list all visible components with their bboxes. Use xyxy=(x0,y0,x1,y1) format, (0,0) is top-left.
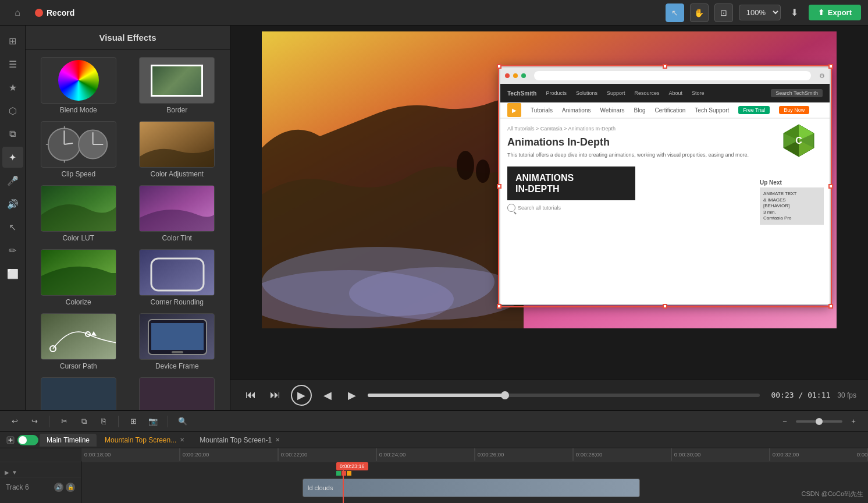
sidebar-item-favorites[interactable]: ★ xyxy=(2,77,23,98)
track-6-name: Track 6 xyxy=(6,483,29,491)
up-next-card: ANIMATE TEXT& IMAGES[BEHAVIOR]3 min.Camt… xyxy=(760,187,824,225)
svg-text:0:00:28;00: 0:00:28;00 xyxy=(576,451,603,458)
fps-label: 30 fps xyxy=(837,391,856,399)
effect-thumb-border xyxy=(139,57,215,104)
effect-thumb-extra-2 xyxy=(139,377,215,410)
timeline-tab-mountain-top[interactable]: Mountain Top Screen... ✕ xyxy=(98,434,191,447)
track-lock-button[interactable]: 🔒 xyxy=(66,483,75,492)
btn-free-trial[interactable]: Free Trial xyxy=(738,106,770,114)
effect-item-corner-rounding[interactable]: Corner Rounding xyxy=(129,247,226,309)
hand-tool-button[interactable]: ✋ xyxy=(690,3,709,22)
sidebar-item-media[interactable]: ⊞ xyxy=(2,30,23,51)
sidebar-item-captions[interactable]: ⬜ xyxy=(2,263,23,284)
sidebar-item-transitions[interactable]: ⧉ xyxy=(2,123,23,144)
btn-buy-now[interactable]: Buy Now xyxy=(779,106,809,114)
svg-text:0:00:26;00: 0:00:26;00 xyxy=(478,451,504,458)
ruler-bar: 0:00:18;00 0:00:20;00 0:00:22;00 0:00:24… xyxy=(81,448,868,462)
track-labels: ▶ ▼ Track 6 🔊 🔒 xyxy=(0,448,81,503)
tab-mountain-top-close[interactable]: ✕ xyxy=(180,437,184,443)
effect-label-colorize: Colorize xyxy=(66,298,91,306)
effect-label-corner-rounding: Corner Rounding xyxy=(151,298,204,306)
timeline-search-button[interactable]: 🔍 xyxy=(175,414,190,429)
add-track-button[interactable] xyxy=(5,434,16,446)
frame-back-button[interactable]: ⏭ xyxy=(266,387,284,404)
track-6-clip[interactable]: ld clouds xyxy=(303,479,640,497)
effect-item-color-adjustment[interactable]: Color Adjustment xyxy=(129,119,226,180)
progress-knob[interactable] xyxy=(501,391,509,399)
timeline-toggle[interactable] xyxy=(17,435,38,445)
up-next-section: Up Next ANIMATE TEXT& IMAGES[BEHAVIOR]3 … xyxy=(760,179,824,225)
effect-thumb-color-tint xyxy=(139,185,215,232)
cut-button[interactable]: ✂ xyxy=(56,414,72,429)
browser-overlay: ⚙ TechSmith Products Solutions Support R… xyxy=(499,66,831,305)
copy-button[interactable]: ⧉ xyxy=(76,414,91,429)
effect-thumb-extra-1 xyxy=(41,377,116,410)
home-button[interactable]: ⌂ xyxy=(7,2,28,23)
effect-item-color-lut[interactable]: Color LUT xyxy=(30,183,127,245)
export-button[interactable]: ⬆ Export xyxy=(809,5,861,20)
subnav-webinars: Webinars xyxy=(600,107,624,114)
timeline-tab-mountain-top-1[interactable]: Mountain Top Screen-1 ✕ xyxy=(193,434,287,447)
effect-label-clip-speed: Clip Speed xyxy=(61,170,95,178)
sidebar-item-cursor[interactable]: ↖ xyxy=(2,217,23,238)
split-button[interactable]: ⊞ xyxy=(126,414,141,429)
effect-item-extra-1[interactable] xyxy=(30,375,127,410)
rewind-button[interactable]: ⏮ xyxy=(242,387,259,404)
sidebar-item-effects[interactable]: ✦ xyxy=(2,147,23,168)
sidebar-icons: ⊞ ☰ ★ ⬡ ⧉ ✦ 🎤 🔊 ↖ ✏ ⬜ xyxy=(0,26,26,410)
zoom-slider[interactable] xyxy=(796,420,842,423)
effect-item-clip-speed[interactable]: ▶ Clip Speed xyxy=(30,119,127,180)
zoom-slider-knob[interactable] xyxy=(816,418,823,425)
pointer-tool-button[interactable]: ↖ xyxy=(666,3,684,22)
effect-thumb-device-frame xyxy=(139,313,215,360)
record-button[interactable]: Record xyxy=(35,8,74,17)
svg-text:0:00:20;00: 0:00:20;00 xyxy=(183,451,209,458)
redo-button[interactable]: ↪ xyxy=(27,414,42,429)
effect-item-extra-2[interactable] xyxy=(129,375,226,410)
effect-item-device-frame[interactable]: Device Frame xyxy=(129,311,226,373)
toggle-knob xyxy=(19,436,27,444)
undo-button[interactable]: ↩ xyxy=(7,414,22,429)
marker-orange xyxy=(347,471,351,476)
toolbar-separator-1 xyxy=(49,416,49,427)
next-clip-button[interactable]: ▶ xyxy=(343,387,361,404)
tab-mountain-top-1-close[interactable]: ✕ xyxy=(275,437,280,443)
effect-item-border[interactable]: Border xyxy=(129,55,226,116)
sidebar-item-library[interactable]: ☰ xyxy=(2,54,23,75)
zoom-plus-button[interactable]: + xyxy=(846,414,861,429)
svg-rect-17 xyxy=(41,314,116,360)
crop-tool-button[interactable]: ⊡ xyxy=(714,3,733,22)
effect-item-blend-mode[interactable]: Blend Mode xyxy=(30,55,127,116)
prev-clip-button[interactable]: ◀ xyxy=(319,387,336,404)
paste-button[interactable]: ⎘ xyxy=(96,414,111,429)
nav-products: Products xyxy=(546,90,567,96)
effect-thumb-cursor-path xyxy=(41,313,116,360)
zoom-select[interactable]: 100% 75% 50% xyxy=(739,5,781,20)
browser-dot-minimize xyxy=(513,73,518,78)
animations-banner: ANIMATIONSIN-DEPTH xyxy=(507,167,635,200)
effect-item-colorize[interactable]: Colorize xyxy=(30,247,127,309)
track-collapse-icon[interactable]: ▼ xyxy=(12,469,17,476)
effect-label-color-tint: Color Tint xyxy=(162,234,192,242)
top-bar: ⌂ Record ↖ ✋ ⊡ 100% 75% 50% ⬇ ⬆ Export xyxy=(0,0,868,26)
techsmith-logo: TechSmith xyxy=(507,90,536,97)
blend-mode-color-wheel xyxy=(58,60,99,101)
search-tutorials-text: Search all tutorials xyxy=(518,205,561,211)
preview-canvas: ⚙ TechSmith Products Solutions Support R… xyxy=(262,31,837,328)
sidebar-item-volume[interactable]: 🔊 xyxy=(2,193,23,214)
snapshot-button[interactable]: 📷 xyxy=(145,414,161,429)
track-expand-icon[interactable]: ▶ xyxy=(5,469,9,476)
play-button[interactable]: ▶ xyxy=(291,385,312,406)
effect-item-color-tint[interactable]: Color Tint xyxy=(129,183,226,245)
sidebar-item-callouts[interactable]: ⬡ xyxy=(2,100,23,121)
zoom-minus-button[interactable]: − xyxy=(777,414,792,429)
sidebar-item-annotations[interactable]: ✏ xyxy=(2,240,23,261)
progress-bar[interactable] xyxy=(368,394,760,397)
effect-item-cursor-path[interactable]: Cursor Path xyxy=(30,311,127,373)
main-content: ⊞ ☰ ★ ⬡ ⧉ ✦ 🎤 🔊 ↖ ✏ ⬜ Visual Effects Ble… xyxy=(0,26,868,410)
top-bar-right: ↖ ✋ ⊡ 100% 75% 50% ⬇ ⬆ Export xyxy=(666,3,861,22)
download-icon[interactable]: ⬇ xyxy=(787,5,803,21)
track-mute-button[interactable]: 🔊 xyxy=(54,483,63,492)
sidebar-item-audio[interactable]: 🎤 xyxy=(2,170,23,191)
timeline-tab-main[interactable]: Main Timeline xyxy=(40,434,97,447)
